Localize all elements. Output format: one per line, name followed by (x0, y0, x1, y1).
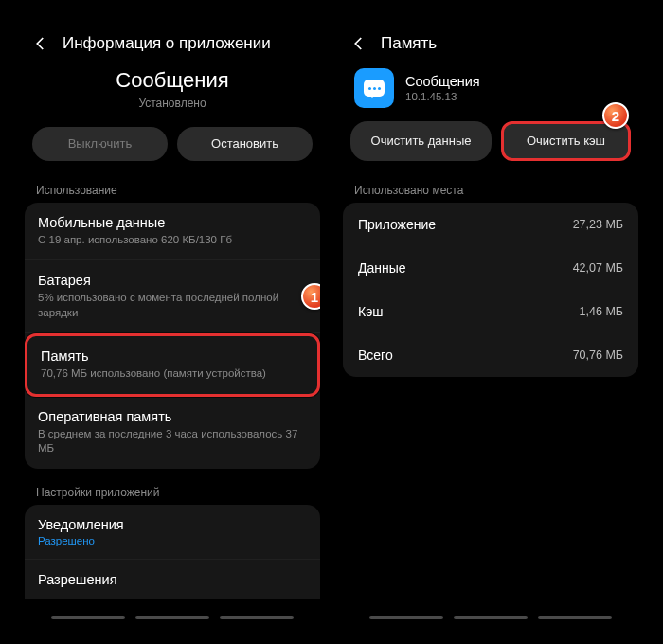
notifications-row[interactable]: Уведомления Разрешено (25, 505, 320, 560)
row-sub: С 19 апр. использовано 620 КБ/130 Гб (38, 233, 307, 248)
app-version: 10.1.45.13 (405, 91, 480, 102)
callout-badge-2: 2 (602, 102, 629, 129)
nav-bar (337, 616, 644, 619)
nav-back[interactable] (220, 616, 294, 619)
row-sub: 70,76 МБ использовано (памяти устройства… (41, 367, 304, 382)
back-icon[interactable] (32, 35, 49, 52)
row-title: Оперативная память (38, 409, 307, 424)
label: Кэш (358, 304, 384, 319)
back-icon[interactable] (350, 35, 367, 52)
value: 70,76 МБ (573, 349, 623, 362)
row-title: Батарея (38, 273, 307, 288)
row-title: Уведомления (38, 517, 307, 532)
nav-bar (19, 616, 326, 619)
mobile-data-row[interactable]: Мобильные данные С 19 апр. использовано … (25, 203, 320, 261)
label: Всего (358, 348, 393, 363)
permissions-row[interactable]: Разрешения (25, 560, 320, 599)
button-row: Выключить Остановить (19, 127, 326, 176)
app-info-row: Сообщения 10.1.45.13 (337, 63, 644, 121)
nav-back[interactable] (538, 616, 612, 619)
button-row: Очистить данные Очистить кэш 2 (337, 121, 644, 176)
row-title: Мобильные данные (38, 215, 307, 230)
header-title: Информация о приложении (63, 34, 271, 53)
storage-total-row: Всего 70,76 МБ (343, 333, 638, 377)
space-list: Приложение 27,23 МБ Данные 42,07 МБ Кэш … (343, 203, 638, 377)
section-space-used: Использовано места (337, 176, 644, 203)
value: 1,46 МБ (580, 305, 623, 318)
header: Память (337, 19, 644, 63)
app-title-block: Сообщения Установлено (19, 63, 326, 127)
force-stop-button[interactable]: Остановить (177, 127, 313, 161)
battery-row[interactable]: Батарея 5% использовано с момента послед… (25, 260, 320, 333)
screen-app-info: Информация о приложении Сообщения Устано… (19, 19, 326, 625)
app-title: Сообщения (19, 68, 326, 93)
disable-button[interactable]: Выключить (32, 127, 168, 161)
ram-row[interactable]: Оперативная память В среднем за последни… (25, 397, 320, 469)
storage-app-row: Приложение 27,23 МБ (343, 203, 638, 246)
header-title: Память (381, 34, 437, 53)
section-app-settings: Настройки приложений (19, 478, 326, 505)
section-usage: Использование (19, 176, 326, 203)
messages-app-icon (354, 68, 394, 108)
app-status: Установлено (19, 97, 326, 110)
callout-badge-1: 1 (301, 283, 320, 310)
clear-data-button[interactable]: Очистить данные (350, 121, 492, 161)
row-sub: В среднем за последние 3 часа использова… (38, 427, 307, 456)
row-title: Память (41, 349, 304, 364)
value: 42,07 МБ (573, 261, 623, 275)
row-title: Разрешения (38, 572, 307, 587)
nav-home[interactable] (135, 616, 209, 619)
label: Приложение (358, 217, 436, 232)
storage-data-row: Данные 42,07 МБ (343, 246, 638, 290)
nav-home[interactable] (454, 616, 528, 619)
row-link: Разрешено (38, 535, 307, 546)
label: Данные (358, 260, 406, 276)
app-settings-list: Уведомления Разрешено Разрешения (25, 505, 320, 599)
header: Информация о приложении (19, 19, 326, 63)
usage-list: Мобильные данные С 19 апр. использовано … (25, 203, 320, 469)
nav-recent[interactable] (51, 616, 125, 619)
row-sub: 5% использовано с момента последней полн… (38, 291, 307, 320)
app-name: Сообщения (405, 74, 480, 89)
screen-storage: Память Сообщения 10.1.45.13 Очистить дан… (337, 19, 644, 625)
value: 27,23 МБ (573, 218, 623, 231)
storage-cache-row: Кэш 1,46 МБ (343, 290, 638, 333)
storage-row[interactable]: Память 70,76 МБ использовано (памяти уст… (25, 333, 320, 397)
nav-recent[interactable] (369, 616, 443, 619)
